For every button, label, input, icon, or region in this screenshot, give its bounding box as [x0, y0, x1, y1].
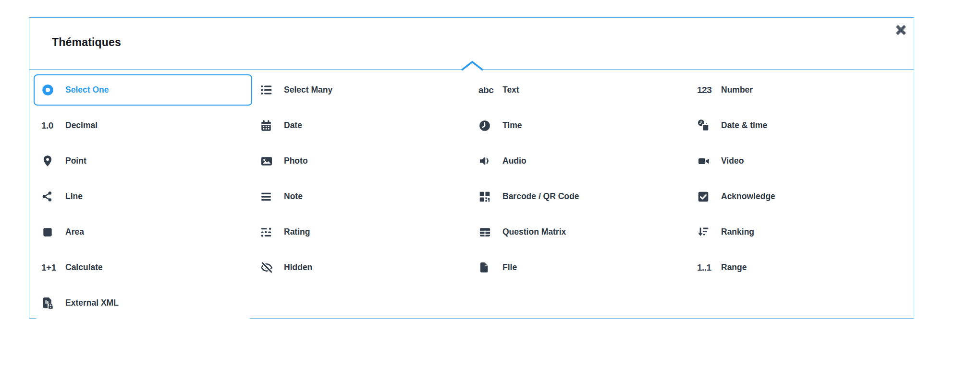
qtype-point[interactable]: Point: [34, 145, 252, 177]
qtype-label: Audio: [502, 156, 527, 166]
qr-code-icon: [478, 190, 497, 203]
qtype-date[interactable]: Date: [252, 110, 471, 141]
calendar-clock-icon: [697, 119, 715, 132]
123-number-icon: 123: [697, 85, 715, 95]
qtype-acknowledge[interactable]: Acknowledge: [689, 181, 908, 212]
qtype-label: External XML: [65, 298, 119, 308]
qtype-label: Note: [284, 191, 303, 202]
qtype-label: Photo: [284, 156, 308, 166]
question-type-grid: Select One Select Many abc Text 123: [29, 70, 914, 319]
close-icon: [895, 24, 907, 37]
question-type-modal: Thématiques Select One: [29, 17, 914, 319]
qtype-hidden[interactable]: Hidden: [252, 252, 471, 283]
qtype-label: Line: [65, 191, 83, 202]
qtype-label: Question Matrix: [502, 227, 566, 237]
calculate-1plus1-icon: 1+1: [41, 263, 60, 272]
range-1..1-icon: 1..1: [697, 263, 715, 272]
file-lock-icon: [41, 297, 60, 310]
square-icon: [41, 226, 60, 238]
list-icon: [260, 83, 278, 96]
note-lines-icon: [260, 190, 278, 203]
qtype-label: Calculate: [65, 262, 103, 273]
close-button[interactable]: [893, 23, 909, 39]
qtype-video[interactable]: Video: [689, 145, 908, 177]
qtype-photo[interactable]: Photo: [252, 145, 471, 177]
eye-slash-icon: [260, 261, 278, 274]
abc-text-icon: abc: [478, 85, 497, 95]
qtype-audio[interactable]: Audio: [471, 145, 689, 177]
qtype-label: File: [502, 262, 517, 273]
qtype-label: Select Many: [284, 85, 332, 95]
qtype-label: Time: [502, 120, 522, 131]
qtype-label: Video: [721, 156, 744, 166]
qtype-question-matrix[interactable]: Question Matrix: [471, 216, 689, 248]
qtype-decimal[interactable]: 1.0 Decimal: [34, 110, 252, 141]
qtype-label: Date: [284, 120, 302, 131]
radio-selected-icon: [41, 83, 60, 96]
qtype-range[interactable]: 1..1 Range: [689, 252, 908, 283]
qtype-label: Point: [65, 156, 86, 166]
video-camera-icon: [697, 155, 715, 167]
qtype-calculate[interactable]: 1+1 Calculate: [34, 252, 252, 283]
qtype-select-one[interactable]: Select One: [34, 74, 252, 106]
table-icon: [478, 226, 497, 238]
photo-icon: [260, 155, 278, 167]
decimal-1.0-icon: 1.0: [41, 121, 60, 130]
qtype-label: Acknowledge: [721, 191, 775, 202]
qtype-note[interactable]: Note: [252, 181, 471, 212]
popover-caret-icon: [461, 61, 484, 73]
qtype-label: Area: [65, 227, 84, 237]
qtype-barcode[interactable]: Barcode / QR Code: [471, 181, 689, 212]
qtype-label: Decimal: [65, 120, 98, 131]
calendar-icon: [260, 119, 278, 132]
qtype-rating[interactable]: Rating: [252, 216, 471, 248]
qtype-label: Rating: [284, 227, 310, 237]
qtype-label: Range: [721, 262, 747, 273]
modal-title: Thématiques: [52, 36, 121, 49]
speaker-icon: [478, 154, 497, 167]
qtype-label: Date & time: [721, 120, 767, 131]
qtype-select-many[interactable]: Select Many: [252, 74, 471, 106]
qtype-area[interactable]: Area: [34, 216, 252, 248]
qtype-label: Hidden: [284, 262, 312, 273]
qtype-file[interactable]: File: [471, 252, 689, 283]
share-nodes-icon: [41, 190, 60, 203]
qtype-label: Barcode / QR Code: [502, 191, 579, 202]
clock-icon: [478, 119, 497, 132]
modal-header: Thématiques: [29, 18, 914, 70]
qtype-date-time[interactable]: Date & time: [689, 110, 908, 141]
qtype-label: Ranking: [721, 227, 754, 237]
qtype-time[interactable]: Time: [471, 110, 689, 141]
checkbox-check-icon: [697, 190, 715, 203]
qtype-ranking[interactable]: Ranking: [689, 216, 908, 248]
qtype-text[interactable]: abc Text: [471, 74, 689, 106]
map-pin-icon: [41, 154, 60, 167]
qtype-external-xml[interactable]: External XML: [34, 287, 252, 319]
qtype-number[interactable]: 123 Number: [689, 74, 908, 106]
file-icon: [478, 261, 497, 274]
rating-sliders-icon: [260, 226, 278, 238]
sort-ranking-icon: [697, 226, 715, 238]
qtype-label: Text: [502, 85, 519, 95]
qtype-line[interactable]: Line: [34, 181, 252, 212]
qtype-label: Select One: [65, 85, 109, 95]
qtype-label: Number: [721, 85, 753, 95]
